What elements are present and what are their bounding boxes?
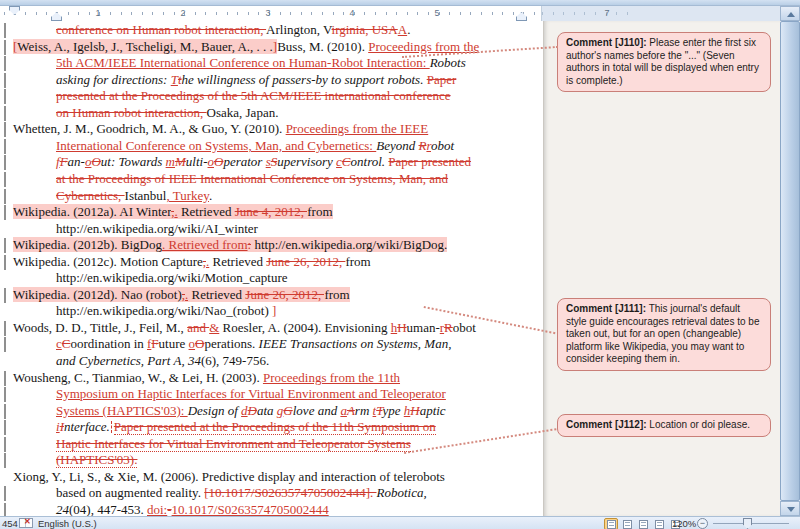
text-run: presented at the Proceedings of the 5th … — [56, 88, 451, 103]
text-run: obot — [431, 138, 454, 153]
text-run: doi: — [147, 502, 167, 516]
text-run: June 26, 2012, — [245, 287, 324, 302]
view-switcher — [604, 518, 682, 529]
reference-line[interactable]: at the Proceedings of IEEE International… — [56, 171, 448, 188]
word-count[interactable]: 454 — [2, 518, 18, 529]
reference-line[interactable]: (HAPTICS'03). — [56, 452, 137, 469]
text-run: F — [151, 336, 158, 351]
reference-line[interactable]: Cybernetics, Istanbul, Turkey. — [56, 188, 212, 205]
text-run: Systems (HAPTICS'03): — [56, 403, 188, 418]
reference-line[interactable]: [Weiss, A., Igelsb, J., Tscheligi, M., B… — [13, 39, 479, 56]
text-run: an- — [68, 154, 85, 169]
comment-text: Location or doi please. — [647, 419, 750, 430]
text-run: and — [187, 320, 209, 335]
reference-line[interactable]: International Conference on Systems, Man… — [56, 138, 454, 155]
text-run: Proceedings from the IEEE — [286, 121, 429, 136]
reference-line[interactable]: cCoordination in fFuture oOperations. IE… — [56, 336, 451, 353]
reference-line[interactable]: http://en.wikipedia.org/wiki/AI_winter — [56, 221, 258, 238]
change-bar — [4, 337, 6, 352]
zoom-level[interactable]: 120% — [672, 518, 696, 529]
reference-line[interactable]: asking for directions: Tthe willingness … — [56, 72, 456, 89]
text-run: and Cybernetics, Part A, 34 — [56, 353, 201, 368]
reference-line[interactable]: conference on Human robot interaction, A… — [56, 22, 410, 39]
change-bar — [4, 155, 6, 170]
reference-line[interactable]: http://en.wikipedia.org/wiki/Nao_(robot)… — [56, 303, 276, 320]
text-run: on Human robot interaction, — [56, 105, 207, 120]
comment-box[interactable]: Comment [J111]: This journal's default s… — [557, 298, 771, 371]
full-screen-reading-view-button[interactable] — [620, 518, 634, 529]
outline-view-button[interactable] — [652, 518, 666, 529]
change-bar — [4, 238, 6, 253]
reference-line[interactable]: presented at the Proceedings of the 5th … — [56, 88, 451, 105]
reference-line[interactable]: Wikipedia. (2012b). BigDog. Retrieved fr… — [13, 237, 447, 254]
text-run: . — [407, 22, 410, 37]
scroll-up-button[interactable] — [780, 6, 800, 21]
text-run: June 26, 2012, — [266, 254, 345, 269]
text-run: Cybernetics, — [56, 188, 125, 203]
text-run: (04), 447-453. — [69, 502, 147, 516]
horizontal-ruler[interactable]: 123457 — [0, 6, 800, 21]
reference-line[interactable]: Haptic Interfaces for Virtual Environmen… — [56, 436, 411, 453]
text-run: aptic — [420, 403, 446, 418]
reference-line[interactable]: Symposium on Haptic Interfaces for Virtu… — [56, 386, 446, 403]
reference-line[interactable]: Wikipedia. (2012c). Motion Capture,. Ret… — [13, 254, 371, 271]
print-layout-view-icon — [607, 520, 616, 529]
text-run: Wikipedia. (2012a). AI Winter — [13, 204, 171, 219]
reference-line[interactable]: Xiong, Y., Li, S., & Xie, M. (2006). Pre… — [13, 469, 445, 486]
reference-line[interactable]: iInterface.Paper presented at the Procee… — [56, 419, 436, 436]
text-run: nterface. — [64, 419, 110, 434]
text-run: Osaka, Japan. — [207, 105, 279, 120]
reference-line[interactable]: fFan-oOut: Towards mMulti-oOperator sSup… — [56, 154, 471, 171]
reference-line[interactable]: Systems (HAPTICS'03): Design of dData gG… — [56, 403, 446, 420]
change-bar — [4, 122, 6, 137]
reference-line[interactable]: http://en.wikipedia.org/wiki/Motion_capt… — [56, 270, 288, 287]
text-run: Wikipedia. (2012c). Motion Capture — [13, 254, 203, 269]
text-run: obot — [453, 320, 476, 335]
text-run: (6), 749-756. — [201, 353, 269, 368]
scrollbar-thumb[interactable] — [780, 21, 800, 501]
text-run: based on augmented reality. — [56, 485, 204, 500]
reference-line[interactable]: based on augmented reality. [10.1017/S02… — [56, 485, 427, 502]
document-page[interactable]: conference on Human robot interaction, A… — [0, 21, 543, 516]
text-run: Buss, M. (2010). — [277, 39, 368, 54]
change-bar — [4, 387, 6, 402]
text-run: love and — [293, 403, 341, 418]
reference-line[interactable]: 24(04), 447-453. doi:-10.1017/S026357470… — [56, 502, 329, 516]
text-run: 24 — [56, 502, 69, 516]
text-run: A — [398, 22, 407, 37]
proofing-errors-icon[interactable]: ✕ — [19, 518, 33, 528]
scroll-down-button[interactable] — [780, 501, 800, 516]
text-run: perations. — [204, 336, 258, 351]
comment-box[interactable]: Comment [J110]: Please enter the first s… — [557, 32, 771, 92]
vertical-scrollbar[interactable] — [780, 6, 800, 516]
text-run: upervisory — [277, 154, 336, 169]
reference-line[interactable]: Wikipedia. (2012d). Nao (robot),. Retrie… — [13, 287, 350, 304]
text-run: http://en.wikipedia.org/wiki/Motion_capt… — [56, 270, 288, 285]
reference-line[interactable]: Wikipedia. (2012a). AI Winter,. Retrieve… — [13, 204, 333, 221]
ruler-number: 3 — [265, 8, 270, 18]
web-layout-view-button[interactable] — [636, 518, 650, 529]
text-run: Retrieved — [209, 254, 266, 269]
comment-box[interactable]: Comment [J112]: Location or doi please. — [557, 414, 771, 437]
zoom-slider[interactable] — [713, 523, 789, 524]
text-run: Proceedings from the 11th — [263, 370, 400, 385]
reference-line[interactable]: Whetten, J. M., Goodrich, M. A., & Guo, … — [13, 121, 428, 138]
reference-line[interactable]: Wousheng, C., Tianmiao, W., & Lei, H. (2… — [13, 370, 400, 387]
reference-line[interactable]: Woods, D. D., Tittle, J., Feil, M., and … — [13, 320, 476, 337]
text-run: from — [345, 254, 370, 269]
outline-view-icon — [655, 520, 664, 529]
reference-line[interactable]: and Cybernetics, Part A, 34(6), 749-756. — [56, 353, 269, 370]
text-run: Wikipedia. (2012d). Nao (robot) — [13, 287, 182, 302]
language-status[interactable]: English (U.S.) — [38, 518, 97, 529]
text-run: , Turkey — [166, 188, 209, 203]
text-run: Istanbul — [125, 188, 167, 203]
text-run: at the Proceedings of IEEE International… — [56, 171, 448, 186]
status-bar: 454 ✕ English (U.S.) 120% − — [0, 516, 800, 529]
zoom-out-button[interactable]: − — [697, 518, 708, 529]
text-run: (HAPTICS'03). — [56, 452, 137, 468]
text-run: Paper — [427, 72, 457, 87]
print-layout-view-button[interactable] — [604, 518, 618, 529]
reference-line[interactable]: on Human robot interaction, Osaka, Japan… — [56, 105, 278, 122]
zoom-slider-thumb[interactable] — [743, 518, 752, 529]
text-run: R — [444, 320, 453, 335]
